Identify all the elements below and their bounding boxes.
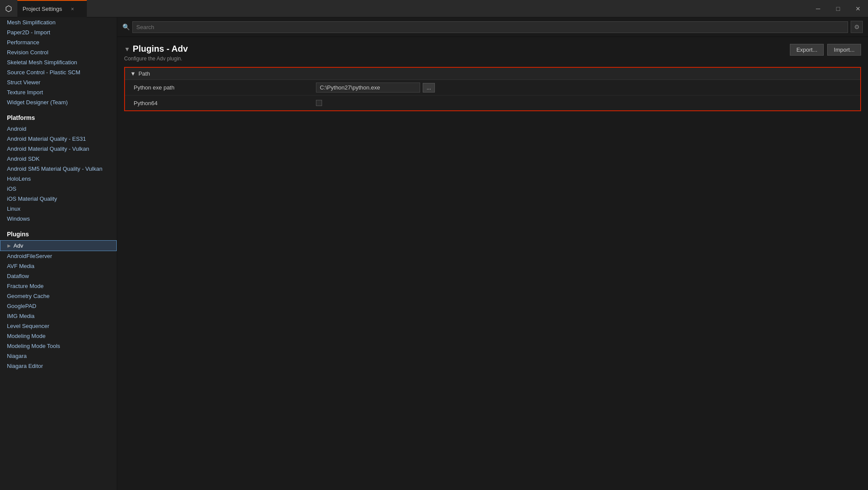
sidebar-item-paper2d-import[interactable]: Paper2D - Import (0, 27, 117, 37)
sidebar-item-label: Android SDK (7, 156, 39, 162)
settings-row-value: ... (316, 83, 435, 93)
plugin-title-text: Plugins - Adv (133, 44, 188, 54)
main-content: 🔍 ⚙ ▼ Plugins - Adv Configure the Adv pl… (117, 17, 868, 490)
app-icon: ⬡ (0, 0, 17, 17)
browse-button-python-exe-path[interactable]: ... (423, 83, 435, 93)
sidebar-item-skeletal-mesh[interactable]: Skeletal Mesh Simplification (0, 57, 117, 67)
sidebar-section-plugins: Plugins (0, 224, 117, 240)
sidebar-item-fracture-mode[interactable]: Fracture Mode (0, 281, 117, 291)
sidebar-item-modeling-mode[interactable]: Modeling Mode (0, 331, 117, 341)
plugin-title: ▼ Plugins - Adv (124, 44, 188, 54)
sidebar-item-android[interactable]: Android (0, 124, 117, 134)
sidebar-item-niagara[interactable]: Niagara (0, 351, 117, 361)
sidebar-item-dataflow[interactable]: Dataflow (0, 271, 117, 281)
maximize-button[interactable]: □ (828, 0, 848, 17)
plugin-collapse-arrow[interactable]: ▼ (124, 46, 130, 53)
sidebar-item-label: IMG Media (7, 313, 35, 319)
sidebar-item-source-control[interactable]: Source Control - Plastic SCM (0, 67, 117, 77)
sidebar-item-label: Fracture Mode (7, 283, 44, 289)
sidebar-item-label: AVF Media (7, 263, 34, 269)
sidebar-item-label: Linux (7, 205, 20, 212)
sidebar-item-avf-media[interactable]: AVF Media (0, 261, 117, 271)
close-button[interactable]: ✕ (848, 0, 868, 17)
sidebar-sections: PlatformsAndroidAndroid Material Quality… (0, 107, 117, 371)
sidebar-item-label: Android SM5 Material Quality - Vulkan (7, 166, 102, 172)
section-collapse-arrow-icon[interactable]: ▼ (130, 70, 136, 77)
search-input[interactable] (132, 21, 848, 33)
settings-row-label: Python64 (134, 100, 316, 106)
sidebar: Mesh SimplificationPaper2D - ImportPerfo… (0, 17, 117, 490)
main-layout: Mesh SimplificationPaper2D - ImportPerfo… (0, 17, 868, 490)
export-button[interactable]: Export... (790, 44, 824, 56)
sidebar-item-mesh-simplification[interactable]: Mesh Simplification (0, 17, 117, 27)
tab-close-button[interactable]: × (69, 6, 76, 13)
window-controls: ─ □ ✕ (808, 0, 868, 17)
search-icon: 🔍 (122, 23, 130, 30)
sidebar-item-label: iOS Material Quality (7, 195, 57, 202)
settings-row-python64: Python64 (125, 96, 860, 110)
checkbox-python64[interactable] (316, 100, 322, 106)
sidebar-item-label: Niagara Editor (7, 363, 43, 369)
title-bar: ⬡ Project Settings × ─ □ ✕ (0, 0, 868, 17)
sidebar-item-img-media[interactable]: IMG Media (0, 311, 117, 321)
sidebar-item-niagara-editor[interactable]: Niagara Editor (0, 361, 117, 371)
sidebar-item-linux[interactable]: Linux (0, 204, 117, 214)
sidebar-item-widget-designer[interactable]: Widget Designer (Team) (0, 97, 117, 107)
sidebar-item-label: iOS (7, 185, 16, 192)
sidebar-item-label: Adv (13, 242, 23, 249)
sidebar-item-windows[interactable]: Windows (0, 214, 117, 224)
sidebar-item-label: HoloLens (7, 175, 31, 182)
sidebar-item-googlepad[interactable]: GooglePAD (0, 301, 117, 311)
sidebar-item-android-sdk[interactable]: Android SDK (0, 154, 117, 164)
sidebar-item-adv[interactable]: ▶Adv (0, 240, 117, 251)
plugin-header: ▼ Plugins - Adv Configure the Adv plugin… (124, 44, 861, 62)
search-settings-button[interactable]: ⚙ (851, 21, 863, 33)
sidebar-item-label: Geometry Cache (7, 293, 49, 299)
settings-section-path: ▼ Path (125, 68, 860, 80)
sidebar-item-geometry-cache[interactable]: Geometry Cache (0, 291, 117, 301)
sidebar-top-items: Mesh SimplificationPaper2D - ImportPerfo… (0, 17, 117, 107)
settings-row-python-exe-path: Python exe path... (125, 80, 860, 96)
sidebar-item-label: GooglePAD (7, 303, 36, 309)
sidebar-item-modeling-mode-tools[interactable]: Modeling Mode Tools (0, 341, 117, 351)
import-button[interactable]: Import... (827, 44, 861, 56)
sidebar-item-hololens[interactable]: HoloLens (0, 174, 117, 184)
plugin-description: Configure the Adv plugin. (124, 56, 188, 62)
sidebar-item-label: Level Sequencer (7, 323, 49, 329)
active-tab: Project Settings × (17, 0, 87, 17)
sidebar-item-android-material-vulkan[interactable]: Android Material Quality - Vulkan (0, 144, 117, 154)
title-bar-left: ⬡ Project Settings × (0, 0, 87, 17)
sidebar-item-label: Modeling Mode Tools (7, 343, 60, 349)
sidebar-item-struct-viewer[interactable]: Struct Viewer (0, 77, 117, 87)
settings-row-value (316, 100, 322, 106)
sidebar-item-label: Android (7, 126, 26, 132)
sidebar-item-texture-import[interactable]: Texture Import (0, 87, 117, 97)
sidebar-item-label: Modeling Mode (7, 333, 46, 339)
plugin-title-area: ▼ Plugins - Adv Configure the Adv plugin… (124, 44, 188, 62)
section-label: Path (138, 70, 150, 77)
sidebar-item-ios-material-quality[interactable]: iOS Material Quality (0, 194, 117, 204)
tab-label: Project Settings (23, 6, 62, 12)
sidebar-item-label: Android Material Quality - Vulkan (7, 146, 89, 152)
settings-panel: ▼ PathPython exe path...Python64 (124, 67, 861, 111)
sidebar-item-android-file-server[interactable]: AndroidFileServer (0, 251, 117, 261)
sidebar-item-label: Dataflow (7, 273, 29, 279)
sidebar-item-ios[interactable]: iOS (0, 184, 117, 194)
sidebar-item-label: AndroidFileServer (7, 253, 52, 259)
sidebar-item-revision-control[interactable]: Revision Control (0, 47, 117, 57)
sidebar-item-label: Windows (7, 215, 30, 222)
path-input-python-exe-path[interactable] (316, 83, 420, 93)
sidebar-item-label: Android Material Quality - ES31 (7, 136, 86, 142)
sidebar-item-label: Niagara (7, 353, 27, 359)
sidebar-item-android-sm5-vulkan[interactable]: Android SM5 Material Quality - Vulkan (0, 164, 117, 174)
settings-row-label: Python exe path (134, 84, 316, 91)
sidebar-section-platforms: Platforms (0, 107, 117, 124)
search-bar: 🔍 ⚙ (117, 17, 868, 37)
sidebar-item-level-sequencer[interactable]: Level Sequencer (0, 321, 117, 331)
plugin-actions: Export... Import... (790, 44, 861, 56)
sidebar-item-android-material-es31[interactable]: Android Material Quality - ES31 (0, 134, 117, 144)
minimize-button[interactable]: ─ (808, 0, 828, 17)
sidebar-item-performance[interactable]: Performance (0, 37, 117, 47)
content-area: ▼ Plugins - Adv Configure the Adv plugin… (117, 37, 868, 490)
expand-arrow-icon: ▶ (7, 243, 11, 248)
